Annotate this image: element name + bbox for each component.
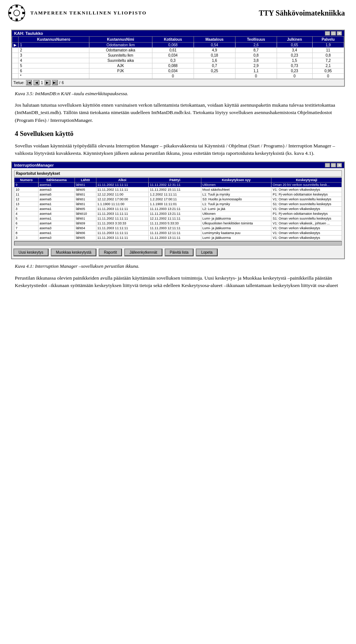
table-cell: 11.11.2003 13:11:11	[149, 236, 201, 240]
table-cell: 7	[14, 226, 39, 231]
table-cell: 0,65	[277, 43, 312, 48]
caption-1: Kuva 3.5: IntManDB:n KAH –taulu esimerkk…	[15, 90, 341, 97]
muokkaa-keskeytys-button[interactable]: Muokkaa keskeytystä	[51, 248, 97, 256]
lopeta-button[interactable]: Lopeta	[196, 248, 218, 256]
row-indicator	[12, 63, 19, 69]
table-cell: 2,6	[235, 43, 277, 48]
svg-rect-4	[9, 12, 11, 14]
table-cell: 0,25	[194, 69, 235, 74]
table-cell: 2,1	[312, 63, 344, 69]
table-cell: 11.11.2003 11:11:11	[96, 226, 149, 231]
page-title: TTY Sähkövoimatekniikka	[259, 9, 345, 17]
table-cell: V1: Oman verkon vikakeskeytys	[271, 187, 342, 192]
table-row[interactable]: 12asema5lähtö112.12.2002 17:00:001.2.200…	[14, 197, 342, 202]
table-row[interactable]: 6asema4lähtö911.11.2003 3:33:3311.11.200…	[14, 221, 342, 226]
minimize-button[interactable]: _	[325, 31, 330, 36]
close-button[interactable]: ✕	[337, 31, 342, 36]
table-cell: Suunniteltu lkm	[89, 53, 152, 58]
table-cell: 8,7	[235, 48, 277, 53]
table-row[interactable]: 8asema1lähtö611.11.2003 11:11:1111.11.20…	[14, 231, 342, 236]
im-group-label: Raportoitut keskeytykset	[14, 170, 342, 177]
table-row[interactable]: 5asema1lähtö111.11.2002 11:11:1112.11.20…	[14, 216, 342, 221]
table-cell: 3	[14, 207, 39, 211]
kah-win-controls: _ □ ✕	[325, 31, 342, 36]
university-logo-area: TAMPEREEN TEKNILLINEN YLIOPISTO	[7, 4, 147, 22]
table-cell: asema3	[38, 226, 75, 231]
nav-last-button[interactable]: ▶|	[52, 80, 58, 85]
table-row[interactable]: 6PJK0,0340,251,10,230,95	[12, 69, 344, 74]
table-cell: Lumimyrsky kaatama puu	[201, 231, 271, 236]
table-cell: 11.11.2003 11:11:11	[96, 236, 149, 240]
table-cell: 7,2	[312, 58, 344, 63]
table-cell: Muut sääolsuhteet	[201, 187, 271, 192]
table-row[interactable]: 9asema1lähtö111.11.2002 11:11:1111.11.20…	[14, 183, 342, 187]
table-cell: AJK	[89, 63, 152, 69]
table-cell: S1: Oman verkon suunniteltu keskeytys	[271, 216, 342, 221]
table-cell: 12	[14, 197, 39, 202]
table-cell: 11.11.2003 13:21:11	[149, 207, 201, 211]
table-cell: asema1	[38, 231, 75, 236]
table-cell: 0	[152, 74, 194, 79]
svg-rect-6	[10, 6, 13, 9]
table-row[interactable]: 3asema1lähtö511.11.2003 11:11:1111.11.20…	[14, 207, 342, 211]
table-row[interactable]: 3Suunniteltu lkm0,0340,180,80,230,8	[12, 53, 344, 58]
table-cell: V1: Oman verkon suunniteltu keskeytys	[271, 197, 342, 202]
table-row[interactable]: 3asema3lähtö511.11.2003 11:11:1111.11.20…	[14, 236, 342, 240]
table-row[interactable]: 13asema1lähtö11.1.1900 11:11:001.1.1900 …	[14, 202, 342, 207]
table-cell: 2,9	[235, 63, 277, 69]
table-cell: 1.1.1900 11:11:00	[96, 202, 149, 207]
table-cell: L1: Tuuli ja myrsky	[201, 192, 271, 197]
table-cell: 0,034	[152, 53, 194, 58]
im-maximize-button[interactable]: □	[331, 163, 336, 167]
im-scrollbar[interactable]	[14, 241, 342, 246]
table-row[interactable]: 5AJK0,0880,72,90,732,1	[12, 63, 344, 69]
im-minimize-button[interactable]: _	[325, 163, 330, 167]
kah-window: KAH: Taulukko _ □ ✕ KustannusNumero Kust…	[11, 30, 345, 87]
table-cell: lähtö5	[75, 207, 96, 211]
table-cell: 4	[14, 211, 39, 216]
table-cell: *	[19, 74, 89, 79]
paivita-lista-button[interactable]: Päivitä lista	[165, 248, 194, 256]
page-header: TAMPEREEN TEKNILLINEN YLIOPISTO TTY Sähk…	[0, 0, 356, 26]
table-cell: 11.11.2003 12:11:11	[149, 231, 201, 236]
jalleenkytkenta-button[interactable]: Jälleenkytkennät	[124, 248, 162, 256]
table-cell: 11.11.2003 13:21:11	[149, 211, 201, 216]
col-header-maatalous: Maatalous	[194, 37, 235, 43]
row-indicator: ▶	[12, 43, 19, 48]
uusi-keskeytys-button[interactable]: Uusi keskeytys	[13, 248, 49, 256]
maximize-button[interactable]: □	[331, 31, 336, 36]
row-indicator	[12, 58, 19, 63]
table-row[interactable]: 10asema3lähtö511.11.2002 11:11:1111.11.2…	[14, 187, 342, 192]
university-logo-icon	[7, 4, 26, 22]
table-row[interactable]: 4asema4lähtö1011.11.2003 11:11:1111.11.2…	[14, 211, 342, 216]
table-row[interactable]: 11asema5lähtö112.12.2002 11:001.2.2002 1…	[14, 192, 342, 197]
table-cell: 11	[312, 48, 344, 53]
table-row[interactable]: *0000	[12, 74, 344, 79]
table-cell: 11.11.2002 15:11:11	[149, 187, 201, 192]
table-row[interactable]: 4Suunniteltu aika0,31,63,81,57,2	[12, 58, 344, 63]
nav-prev-button[interactable]: ◀	[33, 80, 39, 85]
table-cell: V1: Oman verkon vikakeskeytys	[271, 231, 342, 236]
table-cell: V1: Oman verkon vikakeskeytys	[271, 236, 342, 240]
raportit-button[interactable]: Raportit	[99, 248, 122, 256]
kah-data-table: KustannusNumero KustannusNimi Kotitalous…	[12, 36, 344, 79]
table-cell: lähtö1	[75, 202, 96, 207]
table-cell: 0,8	[312, 53, 344, 58]
table-cell: 3	[19, 53, 89, 58]
table-row[interactable]: ▶1Odottamaton lkm0,0680,542,60,651,9	[12, 43, 344, 48]
table-cell: 0,18	[194, 53, 235, 58]
caption-2: Kuva 4.1: Interruption Manager –sovelluk…	[15, 263, 341, 270]
table-cell: 0,54	[194, 43, 235, 48]
table-row[interactable]: 2Odottamaton aika0,614,98,73,411	[12, 48, 344, 53]
col-header-palvelu: Palvelu	[312, 37, 344, 43]
table-cell: lähtö9	[75, 221, 96, 226]
nav-next-button[interactable]: ▶	[44, 80, 50, 85]
table-row[interactable]: 7asema3lähtö411.11.2003 11:11:1111.11.20…	[14, 226, 342, 231]
paragraph-1: Jos halutaan tutustua sovelluksen käyttö…	[15, 101, 341, 124]
im-close-button[interactable]: ✕	[337, 163, 342, 167]
im-title-bar: InterruptionManager _ □ ✕	[12, 162, 344, 168]
table-cell: 11.11.2003 3:33:33	[96, 221, 149, 226]
table-cell: 11.11.2002 11:11:11	[96, 183, 149, 187]
table-cell: 1.1.1900 11:11:01	[149, 202, 201, 207]
nav-first-button[interactable]: |◀	[26, 80, 32, 85]
